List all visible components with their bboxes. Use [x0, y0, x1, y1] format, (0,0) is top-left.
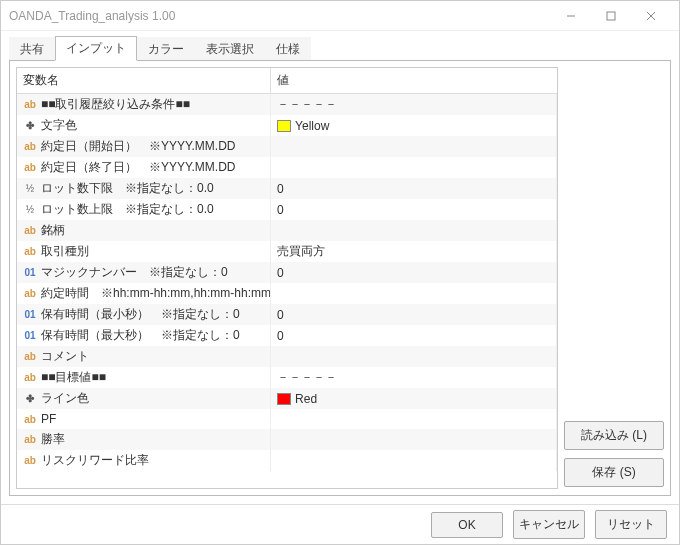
int-type-icon: 01	[23, 330, 37, 341]
param-row[interactable]: ab■■目標値■■－－－－－	[17, 367, 557, 388]
param-name-cell: ½ロット数下限 ※指定なし：0.0	[17, 178, 271, 199]
ok-button[interactable]: OK	[431, 512, 503, 538]
color-type-icon: ✤	[23, 120, 37, 131]
param-name-label: ■■取引履歴絞り込み条件■■	[41, 97, 190, 111]
maximize-button[interactable]	[591, 2, 631, 30]
param-value-label: －－－－－	[277, 97, 337, 111]
param-row[interactable]: ½ロット数下限 ※指定なし：0.00	[17, 178, 557, 199]
param-name-cell: abPF	[17, 409, 271, 429]
param-value-cell[interactable]: －－－－－	[271, 94, 557, 116]
close-button[interactable]	[631, 2, 671, 30]
param-name-cell: 01保有時間（最大秒） ※指定なし：0	[17, 325, 271, 346]
param-name-label: 保有時間（最大秒） ※指定なし：0	[41, 328, 240, 342]
param-name-label: 約定日（終了日） ※YYYY.MM.DD	[41, 160, 235, 174]
param-value-cell[interactable]: －－－－－	[271, 367, 557, 388]
string-type-icon: ab	[23, 99, 37, 110]
param-name-label: ライン色	[41, 391, 89, 405]
param-name-label: 保有時間（最小秒） ※指定なし：0	[41, 307, 240, 321]
param-value-cell[interactable]	[271, 429, 557, 450]
param-name-cell: ✤ライン色	[17, 388, 271, 409]
tab-color[interactable]: カラー	[137, 37, 195, 61]
param-row[interactable]: abリスクリワード比率	[17, 450, 557, 471]
param-name-cell: ab約定日（開始日） ※YYYY.MM.DD	[17, 136, 271, 157]
string-type-icon: ab	[23, 351, 37, 362]
param-row[interactable]: ab取引種別売買両方	[17, 241, 557, 262]
int-type-icon: 01	[23, 267, 37, 278]
col-header-name[interactable]: 変数名	[17, 68, 271, 94]
tab-spec[interactable]: 仕様	[265, 37, 311, 61]
string-type-icon: ab	[23, 225, 37, 236]
minimize-button[interactable]	[551, 2, 591, 30]
param-name-label: 勝率	[41, 432, 65, 446]
tab-panel: 変数名 値 ab■■取引履歴絞り込み条件■■－－－－－✤文字色Yellowab約…	[9, 60, 671, 496]
param-name-cell: ab約定時間 ※hh:mm-hh:mm,hh:mm-hh:mm	[17, 283, 271, 304]
param-name-label: 文字色	[41, 118, 77, 132]
cancel-button[interactable]: キャンセル	[513, 510, 585, 539]
string-type-icon: ab	[23, 288, 37, 299]
tab-bar: 共有 インプット カラー 表示選択 仕様	[9, 37, 671, 61]
param-value-cell[interactable]: 売買両方	[271, 241, 557, 262]
save-button[interactable]: 保存 (S)	[564, 458, 664, 487]
param-row[interactable]: abコメント	[17, 346, 557, 367]
param-value-cell[interactable]: 0	[271, 325, 557, 346]
param-row[interactable]: 01保有時間（最大秒） ※指定なし：00	[17, 325, 557, 346]
param-value-cell[interactable]: 0	[271, 304, 557, 325]
param-name-cell: abコメント	[17, 346, 271, 367]
param-row[interactable]: ½ロット数上限 ※指定なし：0.00	[17, 199, 557, 220]
param-name-label: ロット数上限 ※指定なし：0.0	[41, 202, 214, 216]
param-value-cell[interactable]: 0	[271, 199, 557, 220]
reset-button[interactable]: リセット	[595, 510, 667, 539]
param-name-cell: ab約定日（終了日） ※YYYY.MM.DD	[17, 157, 271, 178]
param-value-cell[interactable]: 0	[271, 262, 557, 283]
double-type-icon: ½	[23, 204, 37, 215]
param-name-cell: ½ロット数上限 ※指定なし：0.0	[17, 199, 271, 220]
param-value-label: 0	[277, 182, 284, 196]
param-row[interactable]: 01保有時間（最小秒） ※指定なし：00	[17, 304, 557, 325]
param-name-cell: ab取引種別	[17, 241, 271, 262]
param-value-cell[interactable]: 0	[271, 178, 557, 199]
param-value-cell[interactable]	[271, 346, 557, 367]
param-row[interactable]: ✤ライン色Red	[17, 388, 557, 409]
tab-share[interactable]: 共有	[9, 37, 55, 61]
param-value-cell[interactable]	[271, 157, 557, 178]
param-value-label: Red	[295, 392, 317, 406]
param-value-label: －－－－－	[277, 370, 337, 384]
param-row[interactable]: ab約定時間 ※hh:mm-hh:mm,hh:mm-hh:mm	[17, 283, 557, 304]
param-value-label: 0	[277, 266, 284, 280]
param-value-cell[interactable]	[271, 450, 557, 471]
param-name-cell: ab銘柄	[17, 220, 271, 241]
param-value-cell[interactable]	[271, 220, 557, 241]
param-name-cell: ab■■目標値■■	[17, 367, 271, 388]
param-name-cell: 01保有時間（最小秒） ※指定なし：0	[17, 304, 271, 325]
param-value-label: 0	[277, 329, 284, 343]
param-value-cell[interactable]	[271, 409, 557, 429]
color-swatch-icon	[277, 120, 291, 132]
tab-display[interactable]: 表示選択	[195, 37, 265, 61]
param-row[interactable]: ab勝率	[17, 429, 557, 450]
param-value-cell[interactable]: Yellow	[271, 115, 557, 136]
param-name-label: PF	[41, 412, 56, 426]
param-row[interactable]: ab■■取引履歴絞り込み条件■■－－－－－	[17, 94, 557, 116]
content-area: 共有 インプット カラー 表示選択 仕様 変数名 値 ab■■取引履歴絞り込み条…	[1, 31, 679, 504]
param-row[interactable]: ✤文字色Yellow	[17, 115, 557, 136]
tab-input[interactable]: インプット	[55, 36, 137, 61]
param-value-cell[interactable]	[271, 283, 557, 304]
color-swatch-icon	[277, 393, 291, 405]
param-value-cell[interactable]	[271, 136, 557, 157]
param-row[interactable]: ab銘柄	[17, 220, 557, 241]
load-button[interactable]: 読み込み (L)	[564, 421, 664, 450]
param-row[interactable]: 01マジックナンバー ※指定なし：00	[17, 262, 557, 283]
param-name-label: 取引種別	[41, 244, 89, 258]
col-header-value[interactable]: 値	[271, 68, 557, 94]
param-row[interactable]: abPF	[17, 409, 557, 429]
string-type-icon: ab	[23, 162, 37, 173]
param-row[interactable]: ab約定日（開始日） ※YYYY.MM.DD	[17, 136, 557, 157]
side-buttons: 読み込み (L) 保存 (S)	[564, 67, 664, 489]
color-type-icon: ✤	[23, 393, 37, 404]
string-type-icon: ab	[23, 141, 37, 152]
param-row[interactable]: ab約定日（終了日） ※YYYY.MM.DD	[17, 157, 557, 178]
param-value-label: 0	[277, 203, 284, 217]
param-value-cell[interactable]: Red	[271, 388, 557, 409]
string-type-icon: ab	[23, 434, 37, 445]
param-name-label: 約定時間 ※hh:mm-hh:mm,hh:mm-hh:mm	[41, 286, 271, 300]
